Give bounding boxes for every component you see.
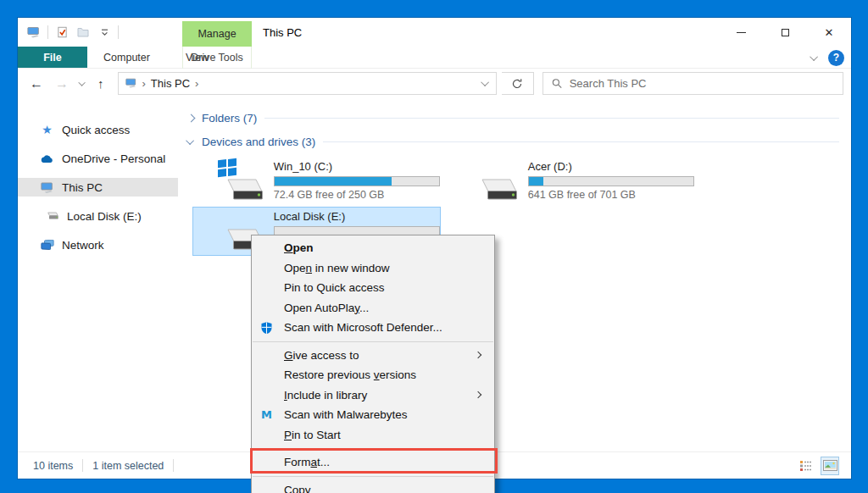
network-icon	[40, 240, 54, 251]
search-box[interactable]	[542, 72, 844, 95]
computer-icon	[40, 182, 54, 193]
capacity-bar	[528, 176, 694, 186]
toolbar-divider	[118, 25, 119, 39]
sidebar-item-label: OneDrive - Personal	[62, 152, 165, 165]
up-button[interactable]: ↑	[97, 77, 104, 90]
selection-count: 1 item selected	[92, 460, 164, 472]
thumbnails-view-button[interactable]	[821, 457, 839, 475]
breadcrumb-location[interactable]: This PC	[151, 77, 190, 90]
drive-icon	[45, 212, 59, 220]
customize-quick-access-icon[interactable]	[97, 25, 112, 40]
drive-name: Win_10 (C:)	[274, 160, 440, 174]
item-count: 10 items	[33, 460, 73, 472]
sidebar-item-onedrive[interactable]: OneDrive - Personal	[18, 149, 178, 168]
drive-tile-acer-d[interactable]: Acer (D:) 641 GB free of 701 GB	[447, 157, 695, 206]
window-title: This PC	[263, 18, 302, 47]
free-space-label: 641 GB free of 701 GB	[528, 189, 694, 201]
back-button[interactable]: ←	[30, 77, 43, 91]
defender-shield-icon	[259, 321, 274, 335]
maximize-button[interactable]	[763, 18, 807, 47]
free-space-label: 72.4 GB free of 250 GB	[274, 189, 440, 201]
refresh-button[interactable]	[502, 72, 534, 95]
capacity-bar	[274, 176, 440, 186]
window-controls: ✕	[719, 18, 851, 47]
star-icon: ★	[40, 123, 54, 136]
sidebar-item-local-disk-e[interactable]: Local Disk (E:)	[18, 207, 178, 225]
context-menu-item-include-in-library[interactable]: Include in library	[252, 385, 494, 406]
chevron-down-icon[interactable]	[186, 136, 194, 145]
new-folder-icon[interactable]	[75, 25, 91, 40]
menu-separator	[253, 476, 493, 477]
sidebar-item-quick-access[interactable]: ★ Quick access	[18, 120, 178, 139]
submenu-arrow-icon	[475, 391, 481, 398]
group-label: Devices and drives (3)	[202, 136, 315, 148]
sidebar-item-network[interactable]: Network	[18, 235, 178, 254]
tab-file[interactable]: File	[18, 47, 87, 68]
cloud-icon	[40, 154, 54, 163]
collapse-ribbon-icon[interactable]	[810, 53, 818, 61]
close-button[interactable]: ✕	[807, 18, 851, 47]
submenu-arrow-icon	[475, 352, 481, 358]
menu-separator	[253, 341, 493, 342]
navigation-bar: ← → ↑ › This PC ›	[18, 69, 851, 98]
status-divider	[173, 459, 174, 472]
context-menu-item-copy[interactable]: Copy	[252, 480, 494, 493]
group-rule	[264, 118, 839, 119]
context-menu: Open Open in new window Pin to Quick acc…	[251, 235, 495, 493]
context-menu-item-open-autoplay[interactable]: Open AutoPlay...	[252, 298, 494, 319]
navigation-pane: ★ Quick access OneDrive - Personal This …	[18, 98, 178, 451]
context-menu-item-scan-with-malwarebytes[interactable]: M Scan with Malwarebytes	[252, 405, 494, 425]
breadcrumb-chevron-icon[interactable]: ›	[195, 77, 198, 90]
properties-icon[interactable]	[54, 25, 70, 40]
sidebar-item-label: This PC	[62, 181, 103, 194]
maximize-icon	[782, 29, 789, 36]
close-icon: ✕	[825, 26, 834, 39]
chevron-right-icon[interactable]	[187, 114, 196, 122]
address-dropdown-icon[interactable]	[481, 78, 489, 86]
context-menu-item-format[interactable]: Format...	[252, 452, 494, 473]
drive-tile-win10-c[interactable]: Win_10 (C:) 72.4 GB free of 250 GB	[192, 157, 441, 206]
sidebar-item-label: Network	[62, 239, 104, 252]
malwarebytes-icon: M	[259, 408, 274, 421]
menu-separator	[253, 448, 493, 449]
minimize-icon	[737, 32, 746, 33]
forward-button: →	[55, 77, 69, 91]
quick-access-toolbar	[18, 25, 119, 40]
toolbar-divider	[47, 25, 48, 39]
context-menu-item-open-in-new-window[interactable]: Open in new window	[252, 258, 494, 279]
tab-drive-tools[interactable]: Drive Tools	[182, 47, 252, 69]
group-header-devices-and-drives[interactable]: Devices and drives (3)	[188, 134, 839, 149]
group-header-folders[interactable]: Folders (7)	[188, 110, 839, 125]
search-icon	[552, 78, 562, 89]
breadcrumb-chevron-icon[interactable]: ›	[142, 77, 146, 90]
context-menu-item-scan-with-microsoft-defender[interactable]: Scan with Microsoft Defender...	[252, 318, 494, 338]
status-divider	[82, 459, 83, 472]
recent-locations-icon[interactable]	[78, 79, 85, 86]
drive-name: Local Disk (E:)	[274, 210, 440, 224]
sidebar-item-label: Quick access	[62, 124, 130, 136]
context-menu-item-restore-previous-versions[interactable]: Restore previous versions	[252, 365, 494, 385]
context-menu-item-pin-to-start[interactable]: Pin to Start	[252, 425, 494, 446]
sidebar-item-this-pc[interactable]: This PC	[18, 178, 178, 197]
drive-name: Acer (D:)	[528, 160, 694, 174]
group-label: Folders (7)	[202, 112, 257, 125]
help-button[interactable]: ?	[828, 50, 844, 66]
drive-icon	[219, 158, 268, 205]
windows-logo-icon	[218, 158, 236, 178]
refresh-icon	[511, 78, 523, 90]
context-menu-item-give-access-to[interactable]: Give access to	[252, 346, 494, 366]
drive-icon	[473, 158, 522, 205]
this-pc-icon[interactable]	[26, 25, 42, 40]
details-view-button[interactable]	[796, 457, 815, 475]
minimize-button[interactable]	[719, 18, 763, 47]
search-input[interactable]	[570, 77, 834, 90]
context-menu-item-open[interactable]: Open	[252, 238, 494, 258]
title-bar: Manage This PC ✕	[18, 18, 851, 47]
ribbon-tab-bar: File Computer View Drive Tools ?	[18, 47, 851, 69]
group-rule	[323, 141, 839, 142]
tab-computer[interactable]: Computer	[87, 47, 166, 68]
address-bar[interactable]: › This PC ›	[118, 72, 497, 95]
context-menu-item-pin-to-quick-access[interactable]: Pin to Quick access	[252, 278, 494, 298]
location-icon	[125, 76, 137, 91]
manage-contextual-tab[interactable]: Manage	[182, 21, 252, 47]
